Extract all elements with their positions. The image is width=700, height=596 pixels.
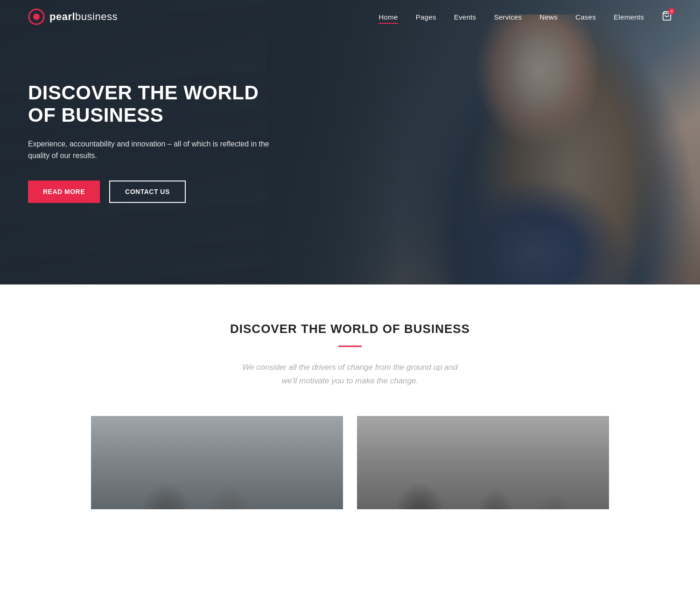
nav-item-home[interactable]: Home (378, 13, 398, 21)
hero-section: DISCOVER THE WORLD OF BUSINESS Experienc… (0, 0, 700, 284)
card-image-left (91, 416, 343, 509)
header: pearlbusiness Home Pages Events Services… (0, 0, 700, 34)
nav-item-elements[interactable]: Elements (614, 13, 644, 21)
discover-section: DISCOVER THE WORLD OF BUSINESS We consid… (0, 284, 700, 537)
logo-icon (28, 8, 45, 25)
card-figures-right (357, 416, 609, 509)
contact-us-button[interactable]: Contact Us (109, 180, 186, 203)
cart-badge: 0 (668, 8, 675, 14)
hero-buttons: Read More Contact Us (28, 180, 271, 203)
logo[interactable]: pearlbusiness (28, 8, 118, 25)
nav-item-cases[interactable]: Cases (575, 13, 596, 21)
cart-button[interactable]: 0 (662, 11, 672, 23)
nav-item-pages[interactable]: Pages (416, 13, 436, 21)
read-more-button[interactable]: Read More (28, 180, 100, 203)
nav-item-services[interactable]: Services (494, 13, 522, 21)
cards-row (28, 416, 672, 509)
nav-item-news[interactable]: News (539, 13, 558, 21)
main-nav: Home Pages Events Services News Cases El… (378, 11, 672, 23)
hero-title: DISCOVER THE WORLD OF BUSINESS (28, 82, 271, 127)
discover-description: We consider all the drivers of change fr… (238, 361, 462, 388)
discover-heading: DISCOVER THE WORLD OF BUSINESS (28, 322, 672, 336)
card-image-right (357, 416, 609, 509)
card-figures-left (91, 416, 343, 509)
section-divider (338, 346, 362, 347)
logo-text: pearlbusiness (49, 11, 118, 23)
nav-item-events[interactable]: Events (454, 13, 476, 21)
hero-content: DISCOVER THE WORLD OF BUSINESS Experienc… (28, 82, 271, 203)
hero-subtitle: Experience, accountability and innovatio… (28, 138, 271, 162)
svg-point-1 (33, 14, 40, 20)
